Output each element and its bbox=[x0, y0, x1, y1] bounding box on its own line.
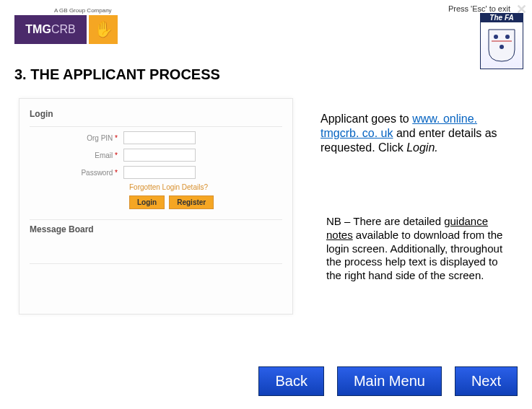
email-input[interactable] bbox=[123, 149, 196, 162]
login-button-row: Login Register bbox=[129, 195, 282, 209]
fa-logo: The FA bbox=[480, 13, 523, 69]
main-menu-button[interactable]: Main Menu bbox=[337, 366, 442, 396]
message-board-heading: Message Board bbox=[30, 224, 282, 234]
svg-point-2 bbox=[500, 45, 504, 49]
register-button[interactable]: Register bbox=[169, 195, 214, 209]
field-row-password: Password * bbox=[30, 166, 282, 179]
nav-button-row: Back Main Menu Next bbox=[258, 366, 518, 396]
tmgcrb-logo: TMGCRB bbox=[14, 15, 87, 44]
tmg-light: CRB bbox=[51, 23, 76, 36]
orgpin-input[interactable] bbox=[123, 131, 196, 144]
tmg-bold: TMG bbox=[25, 23, 51, 36]
required-asterisk: * bbox=[115, 151, 118, 159]
svg-point-1 bbox=[505, 35, 510, 39]
instr-part1: Applicant goes to bbox=[320, 113, 412, 125]
next-button[interactable]: Next bbox=[455, 366, 518, 396]
nb-text: NB – There are detailed guidance notes a… bbox=[326, 215, 511, 283]
password-text: Password bbox=[81, 169, 113, 177]
field-row-orgpin: Org PIN * bbox=[30, 131, 282, 144]
orgpin-text: Org PIN bbox=[87, 134, 113, 142]
fa-logo-bar: The FA bbox=[480, 13, 523, 22]
tmg-logo-group: A GB Group Company TMGCRB ✋ bbox=[14, 7, 118, 44]
section-title: 3. THE APPLICANT PROCESS bbox=[14, 66, 220, 83]
required-asterisk: * bbox=[115, 134, 118, 142]
divider bbox=[30, 219, 282, 220]
password-label: Password * bbox=[30, 169, 123, 177]
nb-rest: available to download from the login scr… bbox=[326, 229, 502, 281]
nb-prefix: NB – There are detailed bbox=[326, 215, 444, 227]
forgot-link[interactable]: Forgotten Login Details? bbox=[129, 183, 282, 191]
fa-crest-icon bbox=[480, 22, 523, 69]
orgpin-label: Org PIN * bbox=[30, 134, 123, 142]
email-text: Email bbox=[95, 151, 113, 159]
tmg-tagline: A GB Group Company bbox=[54, 7, 118, 14]
login-heading: Login bbox=[30, 109, 282, 119]
email-label: Email * bbox=[30, 151, 123, 159]
field-row-email: Email * bbox=[30, 149, 282, 162]
instruction-text: Applicant goes to www. online. tmgcrb. c… bbox=[320, 112, 508, 155]
esc-hint: Press 'Esc' to exit bbox=[448, 4, 510, 13]
svg-point-0 bbox=[494, 35, 498, 39]
password-input[interactable] bbox=[123, 166, 196, 179]
login-word: Login. bbox=[406, 141, 438, 154]
login-button[interactable]: Login bbox=[129, 195, 165, 209]
hand-icon: ✋ bbox=[89, 15, 118, 44]
divider bbox=[30, 126, 282, 127]
slide-header: Press 'Esc' to exit ✕ The FA A GB Group … bbox=[0, 0, 532, 72]
login-screenshot: Login Org PIN * Email * Password * Forgo… bbox=[19, 98, 293, 315]
required-asterisk: * bbox=[115, 169, 118, 177]
divider bbox=[30, 263, 282, 264]
back-button[interactable]: Back bbox=[258, 366, 323, 396]
